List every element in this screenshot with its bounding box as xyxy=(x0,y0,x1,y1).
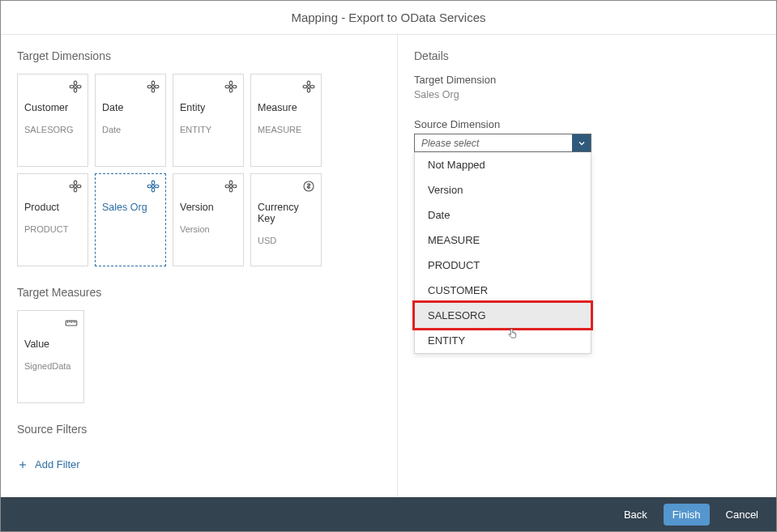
dimension-card-title: Sales Org xyxy=(102,202,159,213)
dimension-card-sales-org[interactable]: Sales Org xyxy=(95,173,166,266)
dimension-card-title: Version xyxy=(180,202,237,213)
svg-point-0 xyxy=(75,86,77,88)
svg-point-18 xyxy=(303,85,307,87)
dimension-card-product[interactable]: ProductPRODUCT xyxy=(17,173,88,266)
dimension-card-subtitle: ENTITY xyxy=(180,125,237,134)
svg-point-2 xyxy=(74,88,76,92)
left-panel: Target Dimensions CustomerSALESORGDateDa… xyxy=(1,35,398,498)
svg-point-16 xyxy=(307,81,310,85)
dropdown-option-version[interactable]: Version xyxy=(415,177,591,202)
dropdown-option-salesorg[interactable]: SALESORG xyxy=(412,300,593,330)
measure-card-value[interactable]: Value SignedData xyxy=(17,310,84,403)
fan-icon xyxy=(146,79,160,94)
svg-point-31 xyxy=(229,181,232,185)
dimension-cards-grid: CustomerSALESORGDateDateEntityENTITYMeas… xyxy=(17,74,381,266)
back-button[interactable]: Back xyxy=(621,504,651,526)
svg-point-7 xyxy=(152,88,154,92)
dimension-card-title: Measure xyxy=(258,102,314,113)
svg-point-5 xyxy=(152,86,155,88)
dimension-card-subtitle: PRODUCT xyxy=(24,224,81,234)
svg-point-29 xyxy=(155,185,159,187)
dialog-footer: Back Finish Cancel xyxy=(1,497,776,531)
source-dimension-label: Source Dimension xyxy=(414,118,760,130)
dimension-card-entity[interactable]: EntityENTITY xyxy=(173,74,244,167)
svg-point-21 xyxy=(74,181,76,185)
dimension-card-subtitle: SALESORG xyxy=(24,125,81,134)
svg-point-8 xyxy=(147,85,152,87)
dropdown-option-measure[interactable]: MEASURE xyxy=(415,228,591,253)
svg-point-12 xyxy=(229,88,232,92)
right-panel: Details Target Dimension Sales Org Sourc… xyxy=(398,35,776,498)
dimension-card-title: Date xyxy=(102,102,159,113)
svg-point-24 xyxy=(77,185,81,187)
dimension-card-subtitle: MEASURE xyxy=(258,125,314,134)
svg-point-4 xyxy=(77,85,81,87)
svg-point-22 xyxy=(74,188,76,192)
svg-point-13 xyxy=(225,85,229,87)
svg-point-19 xyxy=(310,85,314,87)
svg-point-23 xyxy=(70,185,74,187)
svg-point-11 xyxy=(229,81,232,85)
target-dimension-value: Sales Org xyxy=(414,89,760,100)
fan-icon xyxy=(68,179,83,194)
target-dimensions-heading: Target Dimensions xyxy=(17,49,381,62)
dimension-card-version[interactable]: VersionVersion xyxy=(173,173,244,266)
dimension-card-date[interactable]: DateDate xyxy=(95,74,166,167)
dimension-card-currency-key[interactable]: Currency KeyUSD xyxy=(250,173,322,266)
svg-point-27 xyxy=(152,188,154,192)
svg-point-25 xyxy=(152,185,155,188)
svg-point-30 xyxy=(230,185,233,188)
dropdown-option-customer[interactable]: CUSTOMER xyxy=(415,278,591,303)
dimension-card-title: Currency Key xyxy=(258,202,314,224)
fan-icon xyxy=(224,179,238,194)
target-dimension-label: Target Dimension xyxy=(414,74,760,86)
add-filter-button[interactable]: Add Filter xyxy=(17,458,80,470)
dimension-card-title: Customer xyxy=(24,102,81,113)
dimension-card-customer[interactable]: CustomerSALESORG xyxy=(17,74,88,167)
dimension-card-measure[interactable]: MeasureMEASURE xyxy=(250,74,322,167)
svg-point-34 xyxy=(233,185,237,187)
svg-point-10 xyxy=(230,86,233,88)
fan-icon xyxy=(146,179,160,194)
svg-point-20 xyxy=(75,185,77,188)
fan-icon xyxy=(68,79,83,94)
dialog-title: Mapping - Export to OData Services xyxy=(1,1,776,35)
svg-point-33 xyxy=(225,185,229,187)
measure-card-title: Value xyxy=(24,338,77,350)
target-measures-heading: Target Measures xyxy=(17,286,381,299)
details-heading: Details xyxy=(414,49,760,62)
svg-point-17 xyxy=(307,88,310,92)
svg-point-1 xyxy=(74,81,76,85)
fan-icon xyxy=(224,79,238,94)
svg-point-3 xyxy=(70,85,74,87)
fan-icon xyxy=(301,79,316,94)
dropdown-option-product[interactable]: PRODUCT xyxy=(415,253,591,278)
svg-point-6 xyxy=(152,81,154,85)
svg-point-26 xyxy=(152,181,154,185)
source-dimension-select[interactable]: Please select xyxy=(414,134,591,152)
svg-point-15 xyxy=(308,86,310,88)
dimension-card-subtitle: USD xyxy=(258,236,314,245)
add-filter-label: Add Filter xyxy=(35,458,80,470)
select-placeholder: Please select xyxy=(415,138,572,149)
currency-icon xyxy=(301,179,316,194)
source-filters-heading: Source Filters xyxy=(17,423,381,436)
cancel-button[interactable]: Cancel xyxy=(723,504,762,526)
dropdown-option-date[interactable]: Date xyxy=(415,202,591,228)
dropdown-list: Not MappedVersionDateMEASUREPRODUCTCUSTO… xyxy=(414,152,591,354)
dimension-card-subtitle: Date xyxy=(102,125,159,134)
dimension-card-title: Entity xyxy=(180,102,237,113)
dimension-card-subtitle: Version xyxy=(180,224,237,234)
svg-point-14 xyxy=(233,85,237,87)
svg-point-28 xyxy=(147,185,152,187)
svg-point-9 xyxy=(155,85,159,87)
dimension-card-title: Product xyxy=(24,202,81,213)
svg-point-32 xyxy=(229,188,232,192)
dropdown-option-entity[interactable]: ENTITY xyxy=(415,328,591,353)
dropdown-option-not-mapped[interactable]: Not Mapped xyxy=(415,152,591,177)
measure-card-subtitle: SignedData xyxy=(24,361,77,371)
ruler-icon xyxy=(64,316,79,330)
plus-icon xyxy=(17,459,28,470)
finish-button[interactable]: Finish xyxy=(664,504,710,526)
chevron-down-icon xyxy=(572,134,591,151)
